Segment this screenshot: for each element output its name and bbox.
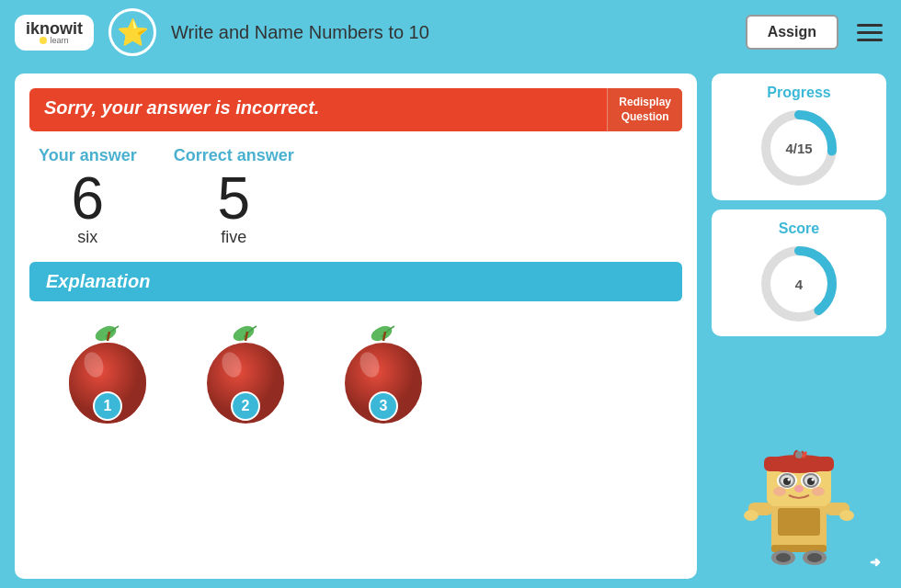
correct-answer-word: five xyxy=(221,228,246,247)
explanation-label: Explanation xyxy=(46,271,150,291)
apple-item-1: 1 xyxy=(48,312,167,432)
svg-point-37 xyxy=(812,487,825,496)
your-answer-label: Your answer xyxy=(39,146,137,165)
progress-value: 4/15 xyxy=(785,141,812,156)
bulb-icon xyxy=(40,37,47,44)
svg-point-40 xyxy=(744,510,758,521)
score-value: 4 xyxy=(795,277,803,292)
svg-point-0 xyxy=(93,323,119,345)
svg-point-41 xyxy=(839,510,854,521)
svg-point-35 xyxy=(794,485,804,492)
apple-number-1: 1 xyxy=(93,391,122,421)
explanation-header: Explanation xyxy=(29,262,682,301)
apple-item-3: 3 xyxy=(324,312,443,432)
incorrect-message: Sorry, your answer is incorrect. xyxy=(29,88,607,131)
correct-answer-number: 5 xyxy=(217,169,250,228)
score-title: Score xyxy=(779,220,819,237)
next-arrow-button[interactable] xyxy=(861,548,890,577)
logo-text: iknowit xyxy=(26,20,83,37)
svg-rect-18 xyxy=(778,508,820,536)
answer-comparison: Your answer 6 six Correct answer 5 five xyxy=(29,146,682,247)
your-answer-word: six xyxy=(77,228,97,247)
svg-point-24 xyxy=(795,451,803,458)
logo-tagline: learn xyxy=(40,37,68,45)
svg-point-33 xyxy=(788,479,791,481)
svg-point-44 xyxy=(776,553,791,562)
robot-character-area xyxy=(712,345,886,579)
progress-title: Progress xyxy=(767,85,830,101)
assign-button[interactable]: Assign xyxy=(746,15,838,50)
sidebar: Progress 4/15 Score 4 xyxy=(712,74,886,579)
incorrect-banner: Sorry, your answer is incorrect. Redispl… xyxy=(29,88,682,131)
svg-point-36 xyxy=(773,487,786,496)
correct-answer-col: Correct answer 5 five xyxy=(174,146,294,247)
your-answer-col: Your answer 6 six xyxy=(39,146,137,247)
svg-point-45 xyxy=(807,553,822,562)
svg-point-9 xyxy=(369,323,394,345)
score-donut: 4 xyxy=(758,243,840,325)
hamburger-line-3 xyxy=(857,39,883,41)
apple-number-2: 2 xyxy=(231,391,260,421)
apple-number-3: 3 xyxy=(369,391,398,421)
redisplay-question-button[interactable]: Redisplay Question xyxy=(607,88,682,131)
score-card: Score 4 xyxy=(712,209,886,336)
your-answer-number: 6 xyxy=(72,169,105,228)
apple-item-2: 2 xyxy=(186,312,305,432)
progress-card: Progress 4/15 xyxy=(712,74,886,200)
star-badge: ⭐ xyxy=(108,8,156,56)
lesson-title: Write and Name Numbers to 10 xyxy=(171,22,731,43)
main-layout: Sorry, your answer is incorrect. Redispl… xyxy=(0,64,901,588)
app-header: iknowit learn ⭐ Write and Name Numbers t… xyxy=(0,0,901,64)
logo: iknowit learn xyxy=(15,15,94,51)
content-panel: Sorry, your answer is incorrect. Redispl… xyxy=(15,74,697,579)
progress-donut: 4/15 xyxy=(758,107,840,189)
apples-area: 1 2 xyxy=(29,312,682,432)
hamburger-menu-button[interactable] xyxy=(853,20,886,45)
robot-character xyxy=(739,436,859,579)
hamburger-line-2 xyxy=(857,31,883,34)
hamburger-line-1 xyxy=(857,24,883,27)
arrow-right-icon xyxy=(866,553,884,571)
correct-answer-label: Correct answer xyxy=(174,146,294,165)
svg-point-5 xyxy=(231,323,257,345)
svg-point-34 xyxy=(812,479,815,481)
